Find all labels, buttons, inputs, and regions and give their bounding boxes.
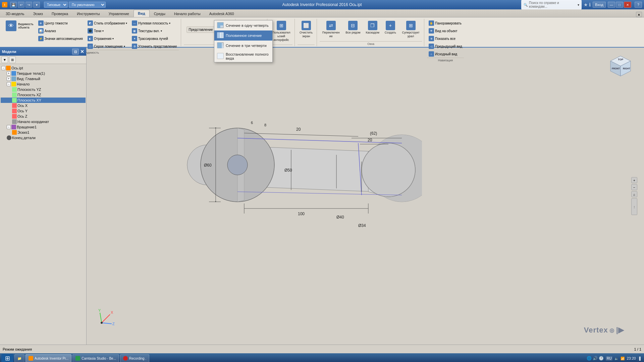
redo-btn[interactable]: ↪ [25,2,32,8]
tab-sredy[interactable]: Среды [150,10,170,17]
taskbar-files-btn[interactable]: 📁 [14,354,24,362]
expand-view[interactable]: + [7,77,11,81]
expand-all-btn[interactable]: ⊞ [9,56,16,63]
profile-dropdown[interactable]: Типовые [44,2,68,8]
cascade-btn[interactable]: ❐ Каскадом [364,19,381,36]
dropdown-item-quarter[interactable]: Сечение в одну четверть [214,20,272,31]
center-mass-btn[interactable]: ⊕ Центр тяжести [37,19,85,27]
taskbar-camtasia-btn[interactable]: Camtasia Studio - Be... [72,354,119,362]
tab-upravlenie[interactable]: Управление [104,10,133,17]
search-box[interactable]: 🔍 Поиск по справке и командам... ▾ [521,0,582,9]
markers-btn[interactable]: ⚡ Значки автосовмещения [37,35,85,42]
page-info: 1 / 1 [634,347,641,351]
minimize-btn[interactable]: — [608,2,615,8]
null-plane-btn[interactable]: — Нулевая плоскость ▾ [130,19,178,27]
tab-nachalo[interactable]: Начало работы [170,10,205,17]
taskbar-inventor-btn[interactable]: Autodesk Inventor Pr... [25,354,71,362]
zoom-in-btn[interactable]: + [631,177,637,183]
tree-item-axis-y[interactable]: Ось Y [1,108,86,114]
start-button[interactable]: ⊞ [1,354,13,362]
close-btn[interactable]: ✕ [624,2,631,8]
tree-item-plane-xz[interactable]: Плоскость XZ [1,92,86,98]
taskbar-recording-btn[interactable]: Recording . [120,354,149,362]
tree-item-origin[interactable]: Начало координат [1,119,86,124]
login-btn[interactable]: Вход [593,2,606,8]
maximize-btn[interactable]: □ [616,2,623,8]
svg-text:FRONT: FRONT [612,67,620,70]
display-style-btn[interactable]: ◩ Стиль отображения ▾ [86,19,129,27]
view-to-face-btn[interactable]: 👁 Вид на объект [427,27,464,35]
tree-item-plane-yz[interactable]: Плоскость YZ [1,87,86,92]
panel-close-btn[interactable]: ✕ [80,49,84,54]
statusbar-left: Режим ожидания [3,347,32,351]
mode-dropdown[interactable]: По умолчанию [69,2,106,8]
tree-item-plane-xy[interactable]: Плоскость XY [1,98,86,103]
analysis-icon: 📊 [38,28,44,34]
center-mass-icon: ⊕ [38,20,44,26]
tree-item-solid[interactable]: + Твердые тела(1) [1,71,86,76]
svg-marker-4 [217,22,220,28]
visibility-content: 👁 Видимостьобъекта ⊕ Центр тяжести 📊 Ана… [4,19,179,50]
viewport[interactable]: Ø60 Ø50 Ø40 Ø34 100 (62) [87,48,644,345]
reflections-icon: ◐ [88,36,93,41]
visibility-group: 👁 Видимостьобъекта ⊕ Центр тяжести 📊 Ана… [2,19,181,46]
shadows-btn[interactable]: 🌑 Тени ▾ [86,27,129,35]
home-view-small-btn[interactable]: ⌂ [631,191,637,197]
expand-part[interactable]: − [1,66,5,70]
axis-indicator: X Y Z [97,308,117,328]
textures-btn[interactable]: ▦ Текстуры вкл. ▾ [130,27,178,35]
create-window-btn[interactable]: + Создать [383,19,398,36]
save-btn[interactable]: 💾 [10,2,17,8]
titlebar-right: 🔍 Поиск по справке и командам... ▾ ★ ℹ В… [482,0,642,9]
svg-text:Ø40: Ø40 [336,215,344,220]
tree-item-part[interactable]: − Ось.ipt [1,65,86,71]
zoom-out-btn[interactable]: − [631,184,637,190]
ray-tracing-btn[interactable]: ✦ Трассировка лучей [130,35,178,42]
tab-instrumenty[interactable]: Инструменты [72,10,104,17]
tab-eskiz[interactable]: Эскиз [29,10,47,17]
side-by-side-btn[interactable]: ⊟ Все рядом [343,19,362,36]
analysis-btn[interactable]: 📊 Анализ [37,27,85,35]
filter-btn[interactable]: ▼ [1,56,8,63]
tree-item-axis-z[interactable]: Ось Z [1,114,86,119]
user-interface-btn[interactable]: ⊞ Пользовательскийинтерфейс [270,19,292,43]
tree-item-axis-x[interactable]: Ось X [1,103,86,108]
tree-item-revolve[interactable]: − Вращение1 [1,124,86,130]
show-desktop-btn[interactable]: ▌ [638,357,643,360]
textures-icon: ▦ [132,28,137,34]
view-cube[interactable]: TOP FRONT RIGHT [607,54,634,81]
reflections-btn[interactable]: ◐ Отражения ▾ [86,35,129,42]
superstructure-btn[interactable]: ⊞ Суперструктурал [399,19,422,40]
expand-solid[interactable]: + [7,71,11,75]
clean-screen-btn[interactable]: ⬜ Очиститьэкран [298,19,315,40]
network-status: 📶 [621,357,625,360]
tree-item-end[interactable]: Конец детали [1,135,86,140]
expand-start[interactable]: − [7,82,11,86]
dropdown-item-restore[interactable]: Восстановление полного вида [214,51,272,62]
tab-proverka[interactable]: Проверка [47,10,72,17]
tab-vid[interactable]: Вид [133,10,150,17]
panel-expand-btn[interactable]: ⊡ [72,49,79,55]
expand-revolve[interactable]: − [7,125,11,129]
dropdown-qa[interactable]: ▾ [33,2,40,8]
axis-y-label: Ось Y [17,109,28,113]
language-indicator[interactable]: RU [606,356,612,361]
switch-btn[interactable]: ⇄ Переключение [320,19,342,40]
dropdown-item-half[interactable]: Половинное сечение [214,31,272,41]
pan-btn[interactable]: ✋ Панорамировать [427,19,464,27]
scroll-handle[interactable]: ⋮ [631,198,637,215]
tab-3d-model[interactable]: 3D-модель [1,10,29,17]
show-all-btn[interactable]: ⊕ Показать все [427,35,464,42]
ribbon-minimize-btn[interactable]: ▲ [636,12,642,17]
tree-item-view[interactable]: + Вид: Главный [1,76,86,81]
help-btn[interactable]: ? [635,2,642,8]
undo-btn[interactable]: ↩ [18,2,24,8]
tree-item-start[interactable]: − Начало [1,81,86,87]
part-icon [6,66,11,70]
panel-title: Модели [2,50,16,54]
svg-marker-11 [222,46,223,48]
dropdown-item-three-quarter[interactable]: Сечение в три четверти [214,41,272,51]
tab-a360[interactable]: Autodesk A360 [205,10,238,17]
tree-item-sketch[interactable]: Эскиз1 [1,130,86,135]
visibility-obj-btn[interactable]: 👁 Видимостьобъекта [4,19,35,32]
